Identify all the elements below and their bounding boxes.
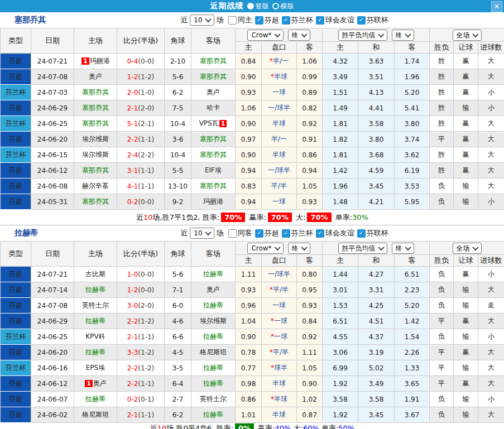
vertical-layout-label[interactable]: 竖版 [256,2,269,11]
scope-select[interactable]: 全场 [453,30,482,41]
away-team: 格尼斯坦 [191,345,236,360]
avg-odds-select[interactable]: 胜平负均值 [338,243,387,254]
close-button[interactable]: ✕ [491,1,502,12]
result-handicap: 赢 [454,69,478,85]
avg-stage-select[interactable]: 终 [392,30,414,41]
result-handicap: 输 [454,329,478,345]
league-checkbox[interactable]: ✓ [282,229,290,238]
home-team: 塞那乔其 [74,85,117,100]
fulltime-score: 0-2 [127,198,138,206]
games-label: 场 [217,15,224,25]
league-type-cell: 芬超 [1,179,31,194]
avg-home: 1.48 [323,194,358,210]
league-label[interactable]: 芬联杯 [367,228,388,238]
scope-select[interactable]: 全场 [453,243,482,254]
fulltime-score: 3-0 [127,302,138,310]
league-label[interactable]: 芬兰杯 [291,15,313,25]
vertical-layout-radio[interactable] [247,3,254,9]
result-handicap: 输 [454,407,478,423]
summary-segment: 40% [275,424,291,429]
chevron-down-icon [301,31,307,37]
league-checkbox[interactable]: ✓ [255,229,263,238]
handicap-value: 半球 [274,395,287,403]
horizontal-layout-radio[interactable] [272,3,279,9]
league-checkbox[interactable]: ✓ [316,229,324,238]
league-checkbox[interactable]: ✓ [316,16,324,25]
corner-score: 6-6 [165,329,191,345]
away-team: EIF埃 [191,163,236,179]
fulltime-score: 4-1 [127,182,138,190]
away-odds: 0.93 [297,194,323,210]
odds-stage-select[interactable]: 终 [288,30,310,41]
summary-segment: 单率: [333,213,353,221]
handicap: *平/半 [262,345,297,360]
handicap-value: 平/半 [271,182,287,190]
league-checkbox[interactable]: ✓ [282,16,290,25]
home-team: 拉赫蒂 [74,392,117,407]
summary-segment: 近 [136,213,143,221]
odds-stage-select[interactable]: 终 [288,243,310,254]
odds-company-select[interactable]: Crow* [247,243,283,254]
team-text: 塞那乔其 [82,104,109,112]
same-venue-label[interactable]: 同主 [238,15,252,25]
match-count-select[interactable]: 10 [190,15,214,26]
same-venue-checkbox[interactable] [228,229,237,238]
team-band: 塞那乔其近10场同主✓芬超✓芬兰杯✓球会友谊✓芬联杯 [0,12,504,28]
team-text: 拉赫蒂 [203,364,223,372]
avg-away: 2.26 [395,345,430,360]
scope-controls: 全场 [430,30,504,41]
league-label[interactable]: 芬兰杯 [291,228,313,238]
result-handicap: 输 [454,100,478,116]
horizontal-layout-label[interactable]: 横版 [281,2,294,11]
handicap: 半球 [262,147,297,163]
match-date: 24-05-31 [31,194,74,210]
fulltime-score: 2-2 [127,136,138,143]
league-label[interactable]: 芬联杯 [367,15,388,25]
away-odds: 1.05 [297,360,323,376]
home-team: 塞那乔其 [74,163,117,179]
avg-stage-select[interactable]: 终 [392,243,414,254]
avg-draw: 4.27 [358,267,395,282]
handicap: 半球 [262,407,297,423]
avg-home: 6.99 [323,360,358,376]
league-label[interactable]: 球会友谊 [325,15,354,25]
team-text: 古比斯 [85,270,105,278]
match-date: 24-07-03 [31,85,74,100]
halftime-score: (2-0) [138,302,154,310]
match-date: 24-06-16 [31,360,74,376]
match-score: 0-2(0-1) [117,392,165,407]
fulltime-score: 2-2 [127,380,138,388]
scope-group: 全场 [430,28,504,42]
avg-away: 5.20 [395,298,430,314]
match-row: 芬兰杯24-06-25塞那乔其5-1(2-1)10-4VPS瓦10.90半球0.… [1,116,504,132]
avg-odds-select[interactable]: 胜平负均值 [338,30,387,41]
avg-away: 5.41 [395,100,430,116]
away-odds: 0.80 [297,267,323,282]
same-venue-checkbox[interactable] [228,16,237,25]
match-date: 24-06-20 [31,345,74,360]
fulltime-score: 2-0 [127,89,138,97]
away-team: 塞那乔其 [191,54,236,69]
summary-segment: 50% [338,424,354,429]
avg-odds-select-value: 胜平负均值 [342,31,376,39]
match-row: 芬兰杯24-07-03塞那乔其2-0(1-0)6-2奥卢0.93一球0.891.… [1,85,504,100]
league-checkbox[interactable]: ✓ [357,229,366,238]
match-count-select[interactable]: 10 [190,228,214,239]
odds-company-group: Crow*终 [236,242,323,255]
league-type-cell: 芬超 [1,163,31,179]
away-odds: 1.02 [297,392,323,407]
team-text: 埃尔维斯 [82,151,109,158]
league-label[interactable]: 芬超 [265,15,279,25]
league-label[interactable]: 球会友谊 [325,228,354,238]
odds-company-select[interactable]: Crow* [247,30,283,41]
same-venue-label[interactable]: 同客 [238,228,252,238]
column-header: 比分(半场) [117,242,165,267]
league-checkbox[interactable]: ✓ [357,16,366,25]
league-label[interactable]: 芬超 [265,228,279,238]
match-date: 24-06-07 [31,392,74,407]
league-checkbox[interactable]: ✓ [255,16,263,25]
avg-home: 1.53 [323,298,358,314]
fulltime-score: 2-2 [127,317,138,325]
result-goals: 大 [478,116,504,132]
home-odds: 0.86 [236,392,262,407]
